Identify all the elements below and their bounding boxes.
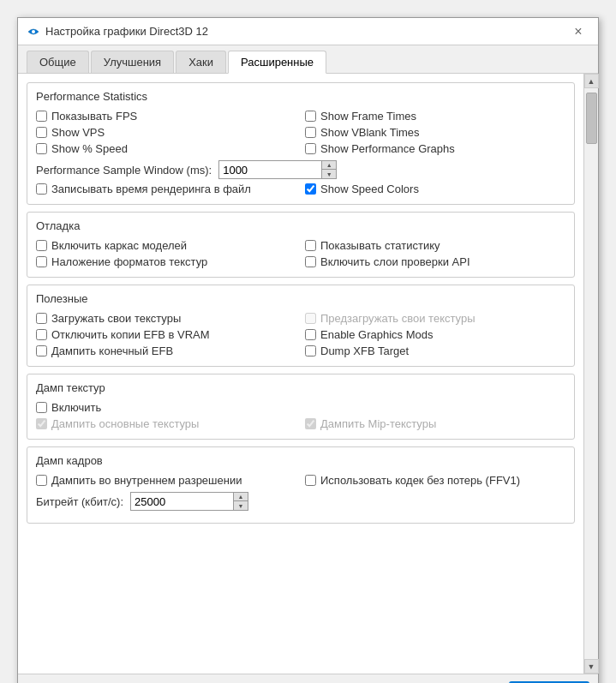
title-bar-left: Настройка графики Direct3D 12 [27, 25, 208, 39]
dump-base-tex-checkbox[interactable] [36, 418, 47, 429]
sample-window-down-btn[interactable]: ▼ [322, 170, 336, 178]
show-frame-times-checkbox[interactable] [305, 111, 316, 122]
sample-window-spinbox[interactable]: ▲ ▼ [218, 160, 337, 179]
show-stats-checkbox[interactable] [305, 240, 316, 251]
disable-efb-vram-item: Отключить копии EFB в VRAM [36, 328, 296, 341]
texture-dump-enable-row: Включить [36, 401, 565, 414]
record-render-label: Записывать время рендеринга в файл [51, 183, 251, 195]
window-close-button[interactable]: × [567, 21, 589, 43]
scroll-up-button[interactable]: ▲ [584, 74, 599, 88]
show-perf-graphs-label: Show Performance Graphs [320, 142, 455, 155]
tab-hacks[interactable]: Хаки [176, 51, 226, 73]
disable-efb-vram-checkbox[interactable] [36, 329, 47, 340]
show-vps-checkbox[interactable] [36, 127, 47, 138]
show-fps-checkbox[interactable] [36, 111, 47, 122]
scroll-thumb[interactable] [586, 93, 597, 144]
tab-bar: Общие Улучшения Хаки Расширенные [18, 45, 598, 74]
api-layers-checkbox[interactable] [305, 256, 316, 267]
preload-textures-checkbox[interactable] [305, 313, 316, 324]
show-speed-colors-checkbox[interactable] [305, 183, 316, 195]
section-performance-title: Performance Statistics [36, 90, 565, 103]
dump-internal-res-label: Дампить во внутреннем разрешении [51, 474, 242, 487]
bitrate-row: Битрейт (кбит/с): ▲ ▼ [36, 492, 565, 511]
useful-checkboxes: Загружать свои текстуры Предзагружать св… [36, 312, 565, 357]
section-performance: Performance Statistics Показывать FPS Sh… [27, 82, 575, 205]
bitrate-input[interactable] [130, 492, 233, 511]
load-textures-label: Загружать свои текстуры [51, 312, 181, 325]
enable-gfx-mods-label: Enable Graphics Mods [320, 328, 434, 341]
show-speed-colors-item: Show Speed Colors [305, 183, 565, 195]
sample-window-label: Performance Sample Window (ms): [36, 164, 212, 177]
dump-mip-tex-checkbox[interactable] [305, 418, 316, 429]
texture-fmt-checkbox[interactable] [36, 256, 47, 267]
preload-textures-label: Предзагружать свои текстуры [320, 312, 475, 325]
enable-gfx-mods-item: Enable Graphics Mods [305, 328, 565, 341]
show-fps-item: Показывать FPS [36, 110, 296, 123]
section-useful-title: Полезные [36, 292, 565, 305]
section-debug: Отладка Включить каркас моделей Показыва… [27, 212, 575, 278]
record-render-item: Записывать время рендеринга в файл [36, 183, 296, 195]
window-title: Настройка графики Direct3D 12 [45, 25, 208, 38]
enable-gfx-mods-checkbox[interactable] [305, 329, 316, 340]
preload-textures-item: Предзагружать свои текстуры [305, 312, 565, 325]
dump-base-tex-item: Дампить основные текстуры [36, 417, 296, 430]
perf-bottom-row: Записывать время рендеринга в файл Show … [36, 183, 565, 195]
texture-dump-enable-checkbox[interactable] [36, 402, 47, 413]
scroll-track [584, 88, 598, 659]
dump-internal-res-checkbox[interactable] [36, 475, 47, 486]
bitrate-label: Битрейт (кбит/с): [36, 495, 123, 508]
scroll-content: Performance Statistics Показывать FPS Sh… [18, 74, 583, 674]
show-vblank-checkbox[interactable] [305, 127, 316, 138]
show-vblank-label: Show VBlank Times [320, 126, 420, 139]
tab-general[interactable]: Общие [27, 51, 89, 73]
bottom-bar: Закрыть [18, 674, 598, 683]
wireframe-label: Включить каркас моделей [51, 239, 187, 252]
show-perf-graphs-item: Show Performance Graphs [305, 142, 565, 155]
frame-dump-checkboxes: Дампить во внутреннем разрешении Использ… [36, 474, 565, 487]
bitrate-down-btn[interactable]: ▼ [234, 501, 248, 510]
sample-window-row: Performance Sample Window (ms): ▲ ▼ [36, 160, 565, 179]
use-lossless-item: Использовать кодек без потерь (FFV1) [305, 474, 565, 487]
title-bar: Настройка графики Direct3D 12 × [18, 18, 598, 45]
use-lossless-label: Использовать кодек без потерь (FFV1) [320, 474, 520, 487]
scrollbar: ▲ ▼ [583, 74, 598, 674]
texture-fmt-item: Наложение форматов текстур [36, 255, 296, 268]
scroll-down-button[interactable]: ▼ [584, 659, 599, 674]
svg-point-0 [32, 30, 35, 33]
load-textures-item: Загружать свои текстуры [36, 312, 296, 325]
api-layers-item: Включить слои проверки API [305, 255, 565, 268]
show-stats-label: Показывать статистику [320, 239, 440, 252]
tab-enhancements[interactable]: Улучшения [91, 51, 174, 73]
app-icon [27, 25, 40, 39]
bitrate-spinbox[interactable]: ▲ ▼ [130, 492, 248, 511]
dump-xfb-label: Dump XFB Target [320, 344, 409, 357]
show-perf-graphs-checkbox[interactable] [305, 143, 316, 154]
dump-efb-item: Дампить конечный EFB [36, 344, 296, 357]
show-pct-speed-item: Show % Speed [36, 142, 296, 155]
sample-window-up-btn[interactable]: ▲ [322, 161, 336, 170]
texture-dump-sub: Дампить основные текстуры Дампить Mip-те… [36, 417, 565, 430]
sample-window-spinbox-btns: ▲ ▼ [321, 160, 337, 179]
dump-efb-label: Дампить конечный EFB [51, 344, 173, 357]
section-texture-dump-title: Дамп текстур [36, 381, 565, 394]
dump-efb-checkbox[interactable] [36, 345, 47, 356]
use-lossless-checkbox[interactable] [305, 475, 316, 486]
record-render-checkbox[interactable] [36, 183, 47, 195]
texture-fmt-label: Наложение форматов текстур [51, 255, 207, 268]
section-texture-dump: Дамп текстур Включить Дампить основные т… [27, 374, 575, 440]
load-textures-checkbox[interactable] [36, 313, 47, 324]
dump-xfb-checkbox[interactable] [305, 345, 316, 356]
texture-dump-enable-label: Включить [51, 401, 101, 414]
sample-window-input[interactable] [218, 160, 321, 179]
section-frame-dump-title: Дамп кадров [36, 454, 565, 467]
wireframe-item: Включить каркас моделей [36, 239, 296, 252]
tab-advanced[interactable]: Расширенные [228, 51, 326, 74]
show-fps-label: Показывать FPS [51, 110, 137, 123]
disable-efb-vram-label: Отключить копии EFB в VRAM [51, 328, 210, 341]
api-layers-label: Включить слои проверки API [320, 255, 470, 268]
section-useful: Полезные Загружать свои текстуры Предзаг… [27, 285, 575, 367]
wireframe-checkbox[interactable] [36, 240, 47, 251]
bitrate-up-btn[interactable]: ▲ [234, 493, 248, 501]
show-pct-speed-checkbox[interactable] [36, 143, 47, 154]
show-frame-times-item: Show Frame Times [305, 110, 565, 123]
